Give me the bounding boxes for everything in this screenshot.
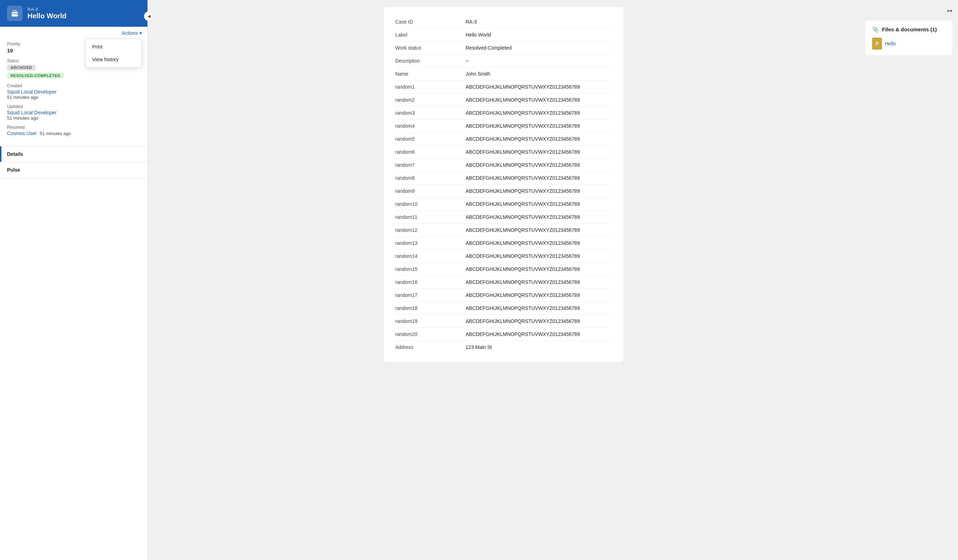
sidebar-header-text: RA-3 Hello World	[27, 7, 67, 20]
svg-rect-0	[12, 12, 18, 17]
sidebar-actions: Actions ▾	[0, 27, 148, 36]
detail-field-value: ABCDEFGHIJKLMNOPQRSTUVWXYZ0123456789	[466, 149, 612, 155]
detail-row: NameJohn Smith	[395, 68, 612, 81]
detail-field-name: random5	[395, 136, 466, 142]
detail-row: random5ABCDEFGHIJKLMNOPQRSTUVWXYZ0123456…	[395, 133, 612, 146]
detail-field-value: ABCDEFGHIJKLMNOPQRSTUVWXYZ0123456789	[466, 240, 612, 246]
detail-field-name: random18	[395, 305, 466, 311]
detail-field-name: random9	[395, 188, 466, 194]
detail-field-value: ABCDEFGHIJKLMNOPQRSTUVWXYZ0123456789	[466, 97, 612, 103]
detail-field-value: ABCDEFGHIJKLMNOPQRSTUVWXYZ0123456789	[466, 292, 612, 298]
chevron-left-icon: ◀	[148, 14, 151, 19]
detail-field-value: ABCDEFGHIJKLMNOPQRSTUVWXYZ0123456789	[466, 201, 612, 207]
files-card-header: 📎 Files & documents (1)	[872, 26, 945, 33]
detail-field-name: random19	[395, 318, 466, 324]
detail-row: random4ABCDEFGHIJKLMNOPQRSTUVWXYZ0123456…	[395, 120, 612, 133]
detail-card: Case IDRA-3LabelHello WorldWork statusRe…	[384, 7, 623, 362]
created-label: Created	[7, 83, 140, 88]
detail-field-name: random7	[395, 162, 466, 168]
sidebar-header: RA-3 Hello World	[0, 0, 148, 27]
detail-field-value: ABCDEFGHIJKLMNOPQRSTUVWXYZ0123456789	[466, 123, 612, 129]
resolved-row: Resolved Cosmos User 51 minutes ago	[7, 125, 140, 136]
detail-field-name: random11	[395, 214, 466, 220]
detail-field-name: Name	[395, 71, 466, 77]
detail-row: random14ABCDEFGHIJKLMNOPQRSTUVWXYZ012345…	[395, 250, 612, 263]
detail-field-value: ABCDEFGHIJKLMNOPQRSTUVWXYZ0123456789	[466, 188, 612, 194]
detail-field-value: ABCDEFGHIJKLMNOPQRSTUVWXYZ0123456789	[466, 279, 612, 285]
detail-field-value: ABCDEFGHIJKLMNOPQRSTUVWXYZ0123456789	[466, 331, 612, 337]
resolved-time: 51 minutes ago	[40, 131, 71, 136]
file-item[interactable]: Hello	[872, 38, 945, 50]
detail-field-name: Case ID	[395, 19, 466, 25]
created-user-link[interactable]: Squid Local Developer	[7, 89, 57, 95]
detail-field-value: ABCDEFGHIJKLMNOPQRSTUVWXYZ0123456789	[466, 84, 612, 90]
detail-row: random3ABCDEFGHIJKLMNOPQRSTUVWXYZ0123456…	[395, 107, 612, 120]
detail-field-name: random6	[395, 149, 466, 155]
detail-row: Address123 Main St	[395, 341, 612, 354]
tab-pulse[interactable]: Pulse	[0, 162, 148, 178]
detail-field-value: ABCDEFGHIJKLMNOPQRSTUVWXYZ0123456789	[466, 253, 612, 259]
right-panel: ↦ 📎 Files & documents (1) Hello	[860, 0, 958, 560]
detail-field-value: Hello World	[466, 32, 612, 38]
chevron-down-icon: ▾	[140, 30, 142, 36]
detail-field-name: random3	[395, 110, 466, 116]
detail-row: random1ABCDEFGHIJKLMNOPQRSTUVWXYZ0123456…	[395, 81, 612, 93]
dropdown-item-view-history[interactable]: View history	[86, 53, 141, 66]
created-time: 51 minutes ago	[7, 95, 140, 100]
detail-field-value: ABCDEFGHIJKLMNOPQRSTUVWXYZ0123456789	[466, 214, 612, 220]
detail-field-value: ABCDEFGHIJKLMNOPQRSTUVWXYZ0123456789	[466, 318, 612, 324]
detail-field-name: random12	[395, 227, 466, 233]
detail-field-name: random15	[395, 266, 466, 272]
file-name[interactable]: Hello	[885, 41, 896, 46]
detail-row: random18ABCDEFGHIJKLMNOPQRSTUVWXYZ012345…	[395, 302, 612, 315]
detail-row: random19ABCDEFGHIJKLMNOPQRSTUVWXYZ012345…	[395, 315, 612, 328]
detail-row: random12ABCDEFGHIJKLMNOPQRSTUVWXYZ012345…	[395, 224, 612, 237]
detail-field-value: John Smith	[466, 71, 612, 77]
tab-details[interactable]: Details	[0, 146, 148, 162]
header-case-title: Hello World	[27, 12, 67, 20]
detail-field-name: random17	[395, 292, 466, 298]
created-row: Created Squid Local Developer 51 minutes…	[7, 83, 140, 100]
expand-button[interactable]: ↦	[947, 7, 952, 15]
paperclip-icon: 📎	[872, 26, 879, 33]
detail-field-name: random1	[395, 84, 466, 90]
files-card: 📎 Files & documents (1) Hello	[865, 21, 952, 55]
detail-row: random17ABCDEFGHIJKLMNOPQRSTUVWXYZ012345…	[395, 289, 612, 302]
sidebar: RA-3 Hello World ◀ Actions ▾ Print View …	[0, 0, 148, 560]
main-content: Case IDRA-3LabelHello WorldWork statusRe…	[148, 0, 958, 560]
detail-field-name: Description	[395, 58, 466, 64]
detail-field-value: 123 Main St	[466, 344, 612, 350]
dropdown-item-print[interactable]: Print	[86, 40, 141, 53]
detail-field-name: random10	[395, 201, 466, 207]
updated-user-link[interactable]: Squid Local Developer	[7, 110, 57, 115]
collapse-button[interactable]: ◀	[144, 11, 154, 21]
detail-field-name: random13	[395, 240, 466, 246]
detail-field-name: random8	[395, 175, 466, 181]
actions-dropdown: Print View history	[86, 39, 142, 68]
detail-row: random7ABCDEFGHIJKLMNOPQRSTUVWXYZ0123456…	[395, 159, 612, 172]
resolved-label: Resolved	[7, 125, 140, 130]
detail-field-value: Resolved-Completed	[466, 45, 612, 51]
actions-button[interactable]: Actions ▾	[122, 30, 142, 36]
updated-label: Updated	[7, 104, 140, 109]
detail-field-value: ABCDEFGHIJKLMNOPQRSTUVWXYZ0123456789	[466, 136, 612, 142]
detail-row: LabelHello World	[395, 28, 612, 41]
updated-row: Updated Squid Local Developer 51 minutes…	[7, 104, 140, 121]
expand-icon: ↦	[947, 7, 952, 14]
detail-field-name: random20	[395, 331, 466, 337]
detail-field-value: ABCDEFGHIJKLMNOPQRSTUVWXYZ0123456789	[466, 305, 612, 311]
resolved-user-link[interactable]: Cosmos User	[7, 131, 37, 136]
briefcase-icon	[7, 6, 22, 21]
detail-field-value: ABCDEFGHIJKLMNOPQRSTUVWXYZ0123456789	[466, 162, 612, 168]
detail-row: Work statusResolved-Completed	[395, 41, 612, 55]
detail-field-value: RA-3	[466, 19, 612, 25]
detail-field-name: random16	[395, 279, 466, 285]
detail-field-value: --	[466, 58, 612, 64]
resolved-badge: RESOLVED-COMPLETED	[7, 73, 64, 78]
detail-field-name: Address	[395, 344, 466, 350]
detail-row: random9ABCDEFGHIJKLMNOPQRSTUVWXYZ0123456…	[395, 185, 612, 198]
detail-row: random2ABCDEFGHIJKLMNOPQRSTUVWXYZ0123456…	[395, 93, 612, 107]
detail-row: random16ABCDEFGHIJKLMNOPQRSTUVWXYZ012345…	[395, 276, 612, 289]
header-case-id: RA-3	[27, 7, 67, 12]
detail-field-value: ABCDEFGHIJKLMNOPQRSTUVWXYZ0123456789	[466, 175, 612, 181]
